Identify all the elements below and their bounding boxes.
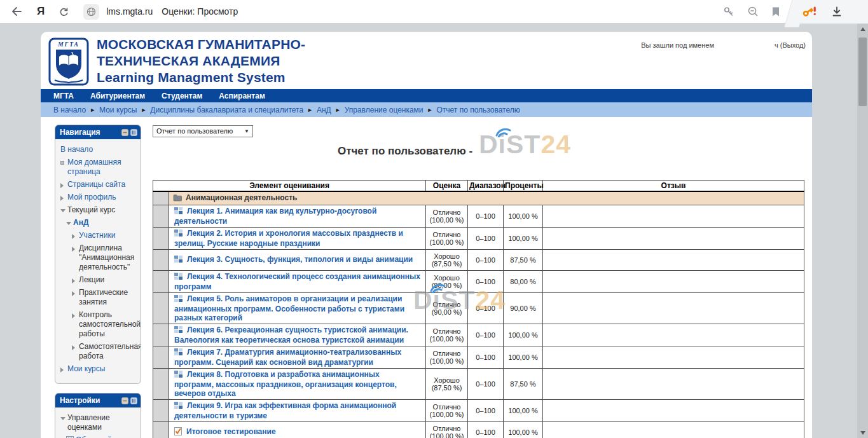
- expand-tree-icon[interactable]: [72, 245, 79, 252]
- breadcrumb-link[interactable]: В начало: [53, 106, 86, 114]
- grade-item-link[interactable]: Лекция 4. Технологический процесс создан…: [174, 272, 420, 291]
- breadcrumb-link[interactable]: Мои курсы: [99, 106, 137, 114]
- site-title: МОСКОВСКАЯ ГУМАНИТАРНО- ТЕХНИЧЕСКАЯ АКАД…: [97, 36, 305, 86]
- breadcrumb-link[interactable]: АнД: [317, 106, 331, 114]
- mgta-logo-icon[interactable]: МГТА: [48, 38, 89, 88]
- range-cell: 0–100: [468, 421, 504, 438]
- bookmark-icon[interactable]: [771, 6, 780, 17]
- scrollbar-thumb[interactable]: [858, 38, 867, 106]
- element-cell: Лекция 1. Анимация как вид культурно-дос…: [169, 205, 426, 227]
- range-cell: 0–100: [468, 292, 504, 324]
- column-header-percent: Проценты: [504, 180, 543, 191]
- expand-tree-icon[interactable]: [72, 290, 79, 296]
- grade-cell: Хорошо(80,00 %): [426, 270, 468, 292]
- percent-cell: 90,00 %: [504, 292, 543, 324]
- settings-label[interactable]: Обзорный отчет: [76, 435, 133, 438]
- navigation-label[interactable]: В начало: [60, 145, 93, 154]
- collapse-tree-icon[interactable]: [60, 415, 67, 420]
- site-globe-icon[interactable]: [83, 4, 99, 20]
- navigation-item: Самостоятельная работа: [60, 342, 138, 361]
- expand-tree-icon[interactable]: [60, 195, 67, 201]
- indent-cell: [153, 292, 169, 324]
- grade-item-link[interactable]: Лекция 8. Подготовка и разработка анимац…: [174, 370, 397, 398]
- navigation-item: Участники: [60, 231, 138, 240]
- address-bar-url[interactable]: lms.mgta.ru: [106, 6, 153, 17]
- navigation-label: Контроль самостоятельной работы: [79, 310, 141, 339]
- grade-item-link[interactable]: Лекция 1. Анимация как вид культурно-дос…: [174, 207, 376, 226]
- collapse-block-icon[interactable]: [121, 397, 128, 404]
- percent-cell: 100,00 %: [504, 421, 543, 438]
- breadcrumb-link[interactable]: Отчет по пользователю: [437, 106, 520, 114]
- grade-cell: Отлично(100,00 %): [426, 421, 468, 438]
- expand-tree-icon[interactable]: [60, 182, 67, 188]
- navigation-label[interactable]: АнД: [73, 218, 88, 228]
- navigation-item: В начало: [60, 145, 138, 154]
- grades-table-header-row: Элемент оценивания Оценка Диапазон Проце…: [153, 180, 804, 191]
- element-cell: Лекция 9. Игра как эффективная форма ани…: [169, 399, 426, 421]
- navigation-item: Мои курсы: [60, 364, 138, 374]
- grade-item-link[interactable]: Лекция 3. Сущность, функция, типология и…: [187, 255, 413, 264]
- feedback-cell: [543, 421, 804, 438]
- category-label: Анимационная деятельность: [186, 193, 297, 202]
- protect-key-icon[interactable]: [723, 6, 734, 17]
- refresh-icon[interactable]: [59, 6, 69, 17]
- topnav-item[interactable]: Студентам: [162, 92, 202, 100]
- grade-item-link[interactable]: Лекция 9. Игра как эффективная форма ани…: [174, 401, 396, 420]
- password-alert-icon[interactable]: [802, 5, 817, 18]
- dock-block-icon[interactable]: [130, 129, 137, 136]
- navigation-label[interactable]: Страницы сайта: [67, 180, 125, 189]
- topnav-item[interactable]: Аспирантам: [219, 92, 265, 100]
- page-scrollbar[interactable]: [857, 24, 868, 438]
- scroll-up-button[interactable]: [857, 24, 868, 34]
- navigation-item: Мой профиль: [60, 193, 138, 202]
- element-cell: Лекция 3. Сущность, функция, типология и…: [169, 249, 426, 270]
- grade-item-link[interactable]: Лекция 2. История и хронология массовых …: [174, 229, 403, 248]
- browser-toolbar: Я lms.mgta.ru Оценки: Просмотр: [0, 0, 868, 24]
- navigation-label[interactable]: Мой профиль: [67, 193, 116, 202]
- collapse-block-icon[interactable]: [121, 129, 128, 136]
- expand-tree-icon[interactable]: [72, 277, 79, 284]
- grade-row: Лекция 4. Технологический процесс создан…: [153, 270, 804, 292]
- breadcrumb-link[interactable]: Дисциплины бакалавриата и специалитета: [150, 106, 303, 114]
- topnav-item[interactable]: Абитуриентам: [90, 92, 145, 100]
- expand-tree-icon[interactable]: [72, 312, 79, 318]
- report-type-select[interactable]: Отчет по пользователю ▼: [153, 125, 253, 137]
- navigation-item: Текущий курс: [60, 205, 138, 215]
- settings-block: Настройки Управление оценкамиОбзорный от…: [55, 393, 141, 438]
- navigation-label[interactable]: Мои курсы: [67, 364, 105, 374]
- bullet-icon: [60, 160, 67, 165]
- percent-cell: 100,00 %: [504, 324, 543, 346]
- yandex-logo-icon[interactable]: Я: [37, 5, 45, 18]
- back-icon[interactable]: [10, 6, 23, 17]
- collapse-tree-icon[interactable]: [66, 220, 73, 225]
- grade-item-link[interactable]: Лекция 6. Рекреационная сущность туристс…: [174, 325, 408, 345]
- navigation-block-header: Навигация: [55, 125, 141, 139]
- navigation-label[interactable]: Моя домашняя страница: [67, 158, 138, 177]
- navigation-item: АнД: [60, 218, 138, 228]
- dock-block-icon[interactable]: [130, 397, 137, 404]
- grade-item-link[interactable]: Лекция 7. Драматургия анимационно-театра…: [174, 348, 401, 367]
- grade-cell: Отлично(100,00 %): [426, 346, 468, 368]
- grade-row: Лекция 5. Роль аниматоров в организации …: [153, 292, 804, 324]
- scroll-down-button[interactable]: [857, 427, 868, 438]
- column-header-feedback: Отзыв: [543, 180, 804, 191]
- breadcrumb-separator-icon: ►: [307, 107, 313, 113]
- indent-cell: [153, 324, 169, 346]
- expand-tree-icon[interactable]: [72, 233, 79, 239]
- grade-item-link[interactable]: Итоговое тестирование: [186, 427, 276, 436]
- breadcrumb-link[interactable]: Управление оценками: [345, 106, 424, 114]
- expand-tree-icon[interactable]: [60, 366, 67, 373]
- logout-link[interactable]: ч (Выход): [775, 41, 806, 49]
- indent-cell: [153, 227, 169, 249]
- indent-cell: [153, 270, 169, 292]
- download-icon[interactable]: [831, 6, 843, 17]
- navigation-label: Практические занятия: [79, 288, 138, 307]
- collapse-tree-icon[interactable]: [60, 207, 67, 212]
- topnav-item[interactable]: МГТА: [53, 92, 74, 100]
- zoom-out-search-icon[interactable]: [747, 6, 759, 17]
- expand-tree-icon[interactable]: [72, 344, 79, 350]
- indent-cell: [153, 191, 169, 205]
- navigation-label[interactable]: Участники: [79, 231, 115, 240]
- grade-item-link[interactable]: Лекция 5. Роль аниматоров в организации …: [174, 294, 404, 322]
- navigation-item: Лекции: [60, 275, 138, 285]
